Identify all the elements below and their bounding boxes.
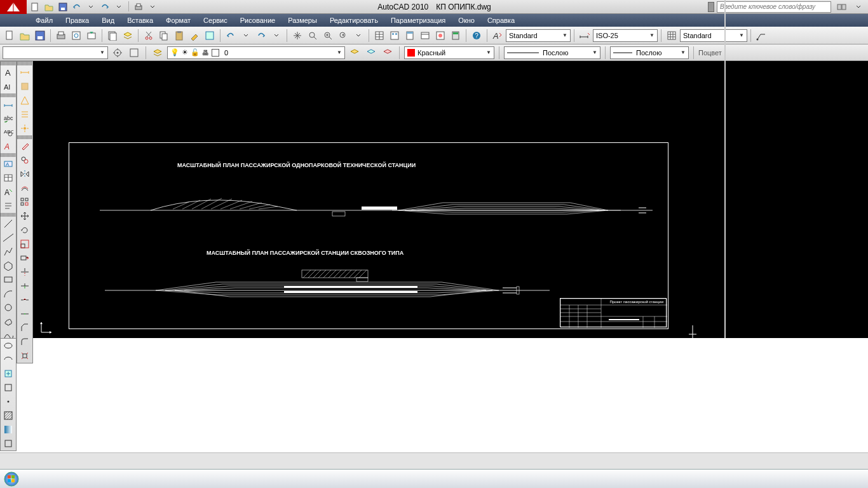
block-editor-icon[interactable]: [203, 29, 217, 43]
spell-check-icon[interactable]: abc: [1, 111, 16, 125]
rectangle-icon[interactable]: [1, 273, 16, 287]
layer-icon[interactable]: [121, 29, 135, 43]
mtext-icon[interactable]: A: [1, 65, 16, 79]
break-icon[interactable]: [17, 293, 32, 307]
make-block-icon[interactable]: [1, 381, 16, 395]
dim-linear-icon[interactable]: [1, 97, 16, 111]
start-button[interactable]: [0, 470, 23, 489]
revcloud-icon[interactable]: [1, 315, 16, 329]
region-icon[interactable]: [17, 93, 32, 107]
menu-modify[interactable]: Редактировать: [323, 14, 384, 27]
new-icon[interactable]: [3, 29, 17, 43]
menu-dimension[interactable]: Размеры: [281, 14, 323, 27]
fillet-icon[interactable]: [17, 335, 32, 349]
copy-object-icon[interactable]: [17, 153, 32, 167]
stretch-icon[interactable]: [17, 251, 32, 265]
model-space[interactable]: МАСШТАБНЫЙ ПЛАН ПАССАЖИРСКОЙ ОДНОПАРКОВО…: [33, 61, 868, 338]
save-icon[interactable]: [57, 1, 69, 13]
menu-format[interactable]: Формат: [159, 14, 197, 27]
dropdown-icon[interactable]: [851, 1, 865, 13]
linetype-combo[interactable]: Послою ▼: [504, 46, 600, 59]
scale-text-icon[interactable]: A: [1, 185, 16, 199]
app-logo[interactable]: [0, 0, 27, 14]
layer-previous-icon[interactable]: [348, 46, 362, 60]
array-icon[interactable]: [17, 195, 32, 209]
explode-icon[interactable]: [17, 349, 32, 363]
plot-icon[interactable]: [54, 29, 68, 43]
construction-line-icon[interactable]: [1, 231, 16, 245]
arc-icon[interactable]: [1, 287, 16, 301]
join-icon[interactable]: [17, 307, 32, 321]
cut-icon[interactable]: [142, 29, 156, 43]
dim-style-combo[interactable]: ISO-25▼: [593, 29, 658, 42]
single-text-icon[interactable]: AI: [1, 79, 16, 93]
region-icon[interactable]: [1, 437, 16, 451]
markup-icon[interactable]: [433, 29, 447, 43]
color-combo[interactable]: Красный ▼: [404, 46, 494, 59]
zoom-previous-icon[interactable]: [336, 29, 350, 43]
rotate-icon[interactable]: [17, 223, 32, 237]
layer-combo[interactable]: 💡 ☀ 🔓 🖶 0 ▼: [167, 46, 345, 59]
table-icon[interactable]: [1, 171, 16, 185]
open-icon[interactable]: [18, 29, 32, 43]
workspace-combo[interactable]: ▼: [3, 46, 108, 59]
circle-icon[interactable]: [1, 301, 16, 315]
menu-parametric[interactable]: Параметризация: [384, 14, 452, 27]
qat-dropdown-icon[interactable]: [85, 1, 97, 13]
id-point-icon[interactable]: [17, 121, 32, 135]
area-icon[interactable]: [17, 79, 32, 93]
layer-manager-icon[interactable]: [151, 46, 165, 60]
text-style-combo[interactable]: Standard▼: [506, 29, 571, 42]
point-icon[interactable]: [1, 395, 16, 409]
polygon-icon[interactable]: [1, 259, 16, 273]
redo-dropdown-icon[interactable]: [269, 29, 283, 43]
print-icon[interactable]: [133, 1, 144, 13]
new-icon[interactable]: [29, 1, 41, 13]
properties-icon[interactable]: [372, 29, 386, 43]
pan-icon[interactable]: [290, 29, 304, 43]
field-icon[interactable]: A: [1, 157, 16, 171]
publish-icon[interactable]: [85, 29, 98, 43]
menu-file[interactable]: Файл: [29, 14, 59, 27]
offset-icon[interactable]: [17, 181, 32, 195]
move-icon[interactable]: [17, 209, 32, 223]
menu-insert[interactable]: Вставка: [121, 14, 159, 27]
search-input[interactable]: [717, 1, 831, 13]
qat-dropdown-icon[interactable]: [147, 1, 158, 13]
text-style-icon[interactable]: A: [491, 29, 505, 43]
lineweight-combo[interactable]: Послою ▼: [610, 46, 689, 59]
sheet-manager-icon[interactable]: [418, 29, 432, 43]
undo-icon[interactable]: [224, 29, 238, 43]
workspace-save-icon[interactable]: [127, 46, 141, 60]
zoom-window-icon[interactable]: [321, 29, 335, 43]
qat-dropdown-icon[interactable]: [113, 1, 125, 13]
paste-icon[interactable]: [172, 29, 186, 43]
redo-icon[interactable]: [99, 1, 111, 13]
layer-isolate-icon[interactable]: [381, 46, 395, 60]
table-style-icon[interactable]: [665, 29, 679, 43]
trim-icon[interactable]: [17, 265, 32, 279]
menu-draw[interactable]: Рисование: [234, 14, 281, 27]
erase-icon[interactable]: [17, 139, 32, 153]
menu-tools[interactable]: Сервис: [197, 14, 234, 27]
quickcalc-icon[interactable]: [449, 29, 463, 43]
infocenter-handle[interactable]: [708, 2, 714, 12]
undo-dropdown-icon[interactable]: [239, 29, 253, 43]
distance-icon[interactable]: [17, 65, 32, 79]
menu-window[interactable]: Окно: [452, 14, 481, 27]
gradient-icon[interactable]: [1, 423, 16, 437]
save-icon[interactable]: [33, 29, 47, 43]
mleader-style-icon[interactable]: [754, 29, 768, 43]
line-icon[interactable]: [1, 217, 16, 231]
copy-icon[interactable]: [157, 29, 171, 43]
mirror-icon[interactable]: [17, 167, 32, 181]
undo-icon[interactable]: [71, 1, 83, 13]
extend-icon[interactable]: [17, 279, 32, 293]
tool-palettes-icon[interactable]: [403, 29, 417, 43]
infocenter-icon[interactable]: [835, 1, 849, 13]
justify-text-icon[interactable]: [1, 199, 16, 213]
ellipse-arc-icon[interactable]: [1, 353, 16, 367]
workspace-settings-icon[interactable]: [111, 46, 125, 60]
insert-block-icon[interactable]: [1, 367, 16, 381]
plot-preview-icon[interactable]: [69, 29, 83, 43]
